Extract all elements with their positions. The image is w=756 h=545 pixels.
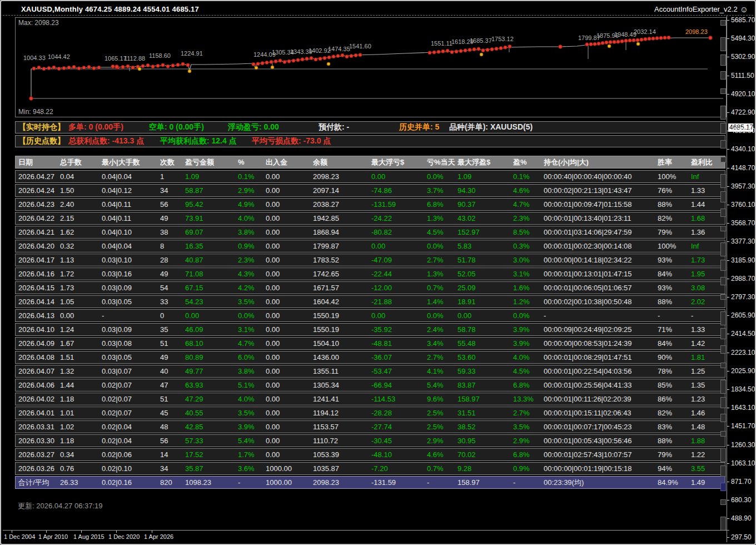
cell: 70.02: [457, 450, 513, 459]
cell: 52.05: [457, 270, 513, 278]
time-tick-mark: [116, 531, 117, 533]
cell: 1604.42: [313, 298, 371, 306]
cell: 3.55: [691, 464, 724, 473]
candle-bar: [720, 88, 726, 94]
update-timestamp: 更新: 2026.04.27 06:37:19: [18, 501, 103, 511]
cell: 1.36: [691, 228, 724, 236]
cell: 3.6%: [238, 464, 266, 473]
table-row: 2026.04.222.150.04|0.114973.914.0%0.0019…: [15, 212, 725, 225]
cell: 68.10: [185, 339, 238, 348]
price-tick-mark: [727, 260, 729, 261]
cell: 38.52: [457, 423, 513, 431]
cell: 820: [160, 478, 185, 487]
table-row: 2026.04.241.500.04|0.123458.872.9%0.0020…: [15, 184, 725, 197]
cell: 00:23:39(均): [544, 478, 658, 488]
price-tick-label: 1643.10: [731, 404, 755, 412]
price-tick-label: 2414.50: [731, 330, 755, 338]
time-axis: 1 Dec 20041 Apr 20101 Aug 20151 Dec 2020…: [3, 530, 729, 542]
history-points-row: 【历史点数】 总获利点数: -413.3 点平均获利点数: 12.4 点平均亏损…: [15, 135, 725, 147]
cell: 0.7%: [427, 284, 457, 292]
cell: 6.8%: [513, 450, 544, 459]
table-row: 2026.04.011.010.02|0.074540.553.5%0.0011…: [15, 407, 725, 419]
cell: -: [544, 311, 658, 320]
cell: 1.3%: [427, 270, 457, 278]
chart-min-label: Min: 948.22: [18, 108, 53, 116]
column-header: 盈利比: [691, 157, 724, 167]
cell: 1.32: [60, 367, 102, 375]
candle-bar: [720, 260, 726, 271]
cell: 1.50: [60, 186, 102, 195]
summary-row: 合计/平均26.330.02|0.168201098.23-1000.00209…: [15, 476, 725, 489]
cell: 2038.27: [313, 200, 371, 209]
cell: 59.33: [457, 367, 513, 375]
cell: 0.00: [266, 395, 313, 403]
cell: 1.73: [691, 256, 724, 264]
smiley-icon: ☺: [740, 6, 748, 13]
cell: 0.00: [266, 270, 313, 278]
cell: -74.86: [371, 186, 427, 195]
cell: 2097.14: [313, 186, 371, 195]
price-tick-label: 1063.10: [731, 459, 755, 467]
price-tick-mark: [727, 426, 729, 427]
cell: 0.02|0.10: [102, 464, 160, 473]
cell: 79%: [658, 228, 691, 236]
cell: 0.03|0.05: [102, 353, 160, 361]
cell: 1.72: [60, 270, 102, 278]
cell: 1.25: [691, 367, 724, 375]
cell: -: [691, 311, 724, 320]
cell: 49.77: [185, 367, 238, 375]
cell: 2026.03.26: [18, 464, 60, 473]
mt4-chart-window: XAUUSD,Monthly 4674.25 4889.24 4554.01 4…: [0, 0, 756, 545]
cell: 0.00: [185, 311, 238, 320]
cell: 6.8%: [513, 381, 544, 389]
candle-bar: [720, 465, 726, 477]
cell: 2026.04.14: [18, 298, 60, 306]
cell: 34: [160, 186, 185, 195]
cell: 2026.04.23: [18, 200, 60, 209]
column-header: 出入金: [266, 157, 313, 167]
cell: -30.45: [371, 437, 427, 445]
price-tick-label: 1260.30: [731, 441, 755, 449]
cell: 0.00: [266, 423, 313, 431]
cell: 58.78: [457, 325, 513, 334]
price-tick-mark: [727, 315, 729, 316]
cell: 0.03|0.08: [102, 339, 160, 348]
cell: 2026.04.10: [18, 325, 60, 334]
cell: 8.5%: [513, 228, 544, 236]
cell: 43.02: [457, 214, 513, 222]
cell: 1.22: [691, 450, 724, 459]
title-bar[interactable]: XAUUSD,Monthly 4674.25 4889.24 4554.01 4…: [3, 3, 753, 14]
cell: 51: [160, 339, 185, 348]
cell: 3.0%: [513, 256, 544, 264]
cell: -114.53: [371, 395, 427, 403]
cell: -: [238, 478, 266, 487]
equity-curve-chart[interactable]: 1004.331044.421065.171112.881158.601224.…: [15, 17, 727, 117]
cell: -80.82: [371, 228, 427, 236]
table-row: 2026.04.200.320.04|0.04816.350.9%0.00179…: [15, 240, 725, 252]
cell: 2.02: [691, 298, 724, 306]
price-tick-mark: [727, 112, 729, 113]
cell: 5.1%: [238, 381, 266, 389]
cell: 1671.57: [313, 284, 371, 292]
cell: 31.51: [457, 409, 513, 417]
cell: 4.6%: [427, 450, 457, 459]
price-tick-mark: [727, 205, 729, 205]
cell: 2.9%: [427, 437, 457, 445]
cell: 0.32: [60, 242, 102, 250]
cell: 1.33: [691, 325, 724, 334]
cell: 1.73: [60, 284, 102, 292]
cell: 2026.04.22: [18, 214, 60, 222]
candle-bar: [720, 414, 726, 422]
cell: 1035.87: [313, 464, 371, 473]
cell: -21.88: [371, 298, 427, 306]
column-header: 胜率: [658, 157, 691, 167]
cell: 84%: [658, 270, 691, 278]
cell: 1.18: [60, 437, 102, 445]
candle-bar: [720, 106, 726, 120]
candle-bar: [720, 397, 726, 408]
cell: 100%: [658, 172, 691, 181]
svg-text:1474.35: 1474.35: [328, 46, 350, 52]
cell: 25.09: [457, 284, 513, 292]
cell: 0.02|0.07: [102, 409, 160, 417]
candle-bar: [720, 157, 726, 162]
